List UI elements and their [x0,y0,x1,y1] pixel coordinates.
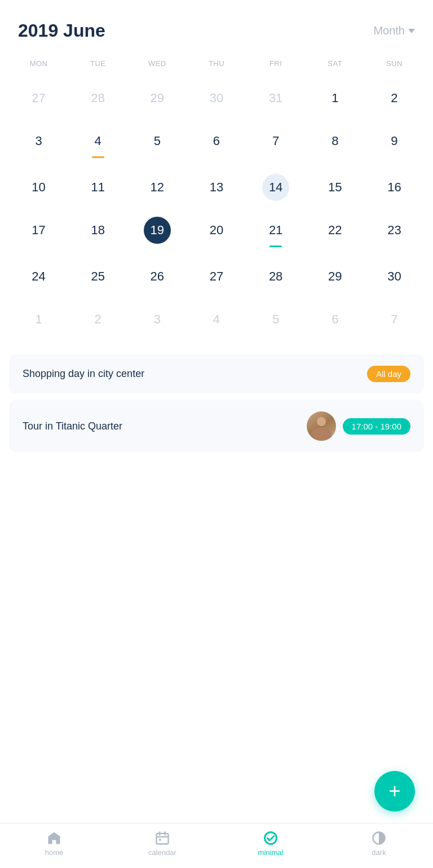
calendar-cell[interactable]: 3 [127,298,187,341]
calendar-cell[interactable]: 23 [365,209,424,255]
calendar-cell[interactable]: 24 [9,255,68,298]
calendar-cell[interactable]: 30 [187,77,246,120]
calendar-cell[interactable]: 19 [127,209,187,255]
day-number: 4 [85,128,112,155]
check-icon [263,830,279,846]
day-number: 7 [381,306,408,333]
calendar-cell[interactable]: 27 [187,255,246,298]
weekday-mon: MON [9,55,68,72]
calendar-cell[interactable]: 3 [9,120,68,166]
nav-item-minimal[interactable]: minimal [216,830,325,857]
day-number: 2 [85,306,112,333]
calendar-cell[interactable]: 18 [68,209,127,255]
calendar-cell[interactable]: 14 [246,166,306,209]
calendar-cell[interactable]: 13 [187,166,246,209]
calendar-cell[interactable]: 26 [127,255,187,298]
event-card-2[interactable]: Tour in Titanic Quarter 17:00 - 19:00 [9,400,424,452]
calendar-cell[interactable]: 1 [306,77,365,120]
day-number: 1 [321,85,348,112]
calendar-cell[interactable]: 10 [9,166,68,209]
calendar-cell[interactable]: 11 [68,166,127,209]
nav-item-dark[interactable]: dark [325,830,433,857]
calendar-grid: 2728293031123456789101112131415161718192… [9,77,424,341]
day-number: 30 [381,263,408,290]
calendar-cell[interactable]: 7 [246,120,306,166]
weekday-sun: SUN [365,55,424,72]
day-number: 17 [25,217,52,244]
nav-label-home: home [45,848,64,857]
calendar-cell[interactable]: 2 [68,298,127,341]
weekday-sat: SAT [306,55,365,72]
weekday-thu: THU [187,55,246,72]
add-event-button[interactable]: + [374,771,415,812]
day-number: 20 [203,217,230,244]
calendar-cell[interactable]: 6 [306,298,365,341]
day-number: 26 [144,263,171,290]
calendar-cell[interactable]: 21 [246,209,306,255]
calendar-cell[interactable]: 9 [365,120,424,166]
calendar-cell[interactable]: 29 [306,255,365,298]
view-label: Month [373,24,405,37]
day-number: 7 [262,128,289,155]
plus-icon: + [388,781,400,801]
avatar [307,411,336,441]
calendar-cell[interactable]: 12 [127,166,187,209]
calendar-icon [154,830,170,846]
day-number: 18 [85,217,112,244]
day-number: 10 [25,174,52,201]
calendar-cell[interactable]: 7 [365,298,424,341]
day-number: 24 [25,263,52,290]
day-number: 29 [321,263,348,290]
nav-label-dark: dark [372,848,386,857]
nav-label-calendar: calendar [148,848,176,857]
day-number: 30 [203,85,230,112]
calendar-cell[interactable]: 8 [306,120,365,166]
day-number: 6 [321,306,348,333]
dot-indicator [151,246,164,247]
weekday-headers: MON TUE WED THU FRI SAT SUN [9,55,424,72]
event-title-1: Shopping day in city center [23,368,144,380]
nav-label-minimal: minimal [258,848,284,857]
view-selector[interactable]: Month [373,24,415,37]
header-title: 2019 June [18,20,105,41]
calendar-cell[interactable]: 1 [9,298,68,341]
calendar-cell[interactable]: 5 [127,120,187,166]
event-card-1[interactable]: Shopping day in city center All day [9,354,424,393]
calendar-cell[interactable]: 2 [365,77,424,120]
day-number: 3 [25,128,52,155]
calendar-cell[interactable]: 4 [187,298,246,341]
calendar-cell[interactable]: 31 [246,77,306,120]
day-number: 21 [262,217,289,244]
dot-indicator [92,156,104,158]
calendar-cell[interactable]: 22 [306,209,365,255]
day-number: 31 [262,85,289,112]
calendar-cell[interactable]: 20 [187,209,246,255]
calendar-cell[interactable]: 16 [365,166,424,209]
calendar-cell[interactable]: 29 [127,77,187,120]
day-number: 5 [144,128,171,155]
calendar-cell[interactable]: 15 [306,166,365,209]
day-number: 29 [144,85,171,112]
calendar-cell[interactable]: 6 [187,120,246,166]
calendar-cell[interactable]: 17 [9,209,68,255]
event-time-badge: 17:00 - 19:00 [343,418,410,435]
chevron-down-icon [408,29,415,33]
nav-item-calendar[interactable]: calendar [108,830,216,857]
day-number: 27 [25,85,52,112]
day-number: 28 [85,85,112,112]
calendar-cell[interactable]: 4 [68,120,127,166]
day-number: 9 [381,128,408,155]
calendar-cell[interactable]: 25 [68,255,127,298]
calendar-cell[interactable]: 30 [365,255,424,298]
event-right: 17:00 - 19:00 [307,411,410,441]
event-title-2: Tour in Titanic Quarter [23,420,122,432]
dark-icon [371,830,387,846]
calendar-cell[interactable]: 5 [246,298,306,341]
day-number: 16 [381,174,408,201]
calendar-cell[interactable]: 28 [246,255,306,298]
dot-indicator [269,246,282,247]
calendar-cell[interactable]: 27 [9,77,68,120]
calendar-cell[interactable]: 28 [68,77,127,120]
nav-item-home[interactable]: home [0,830,108,857]
calendar-container: MON TUE WED THU FRI SAT SUN 272829303112… [0,55,433,341]
